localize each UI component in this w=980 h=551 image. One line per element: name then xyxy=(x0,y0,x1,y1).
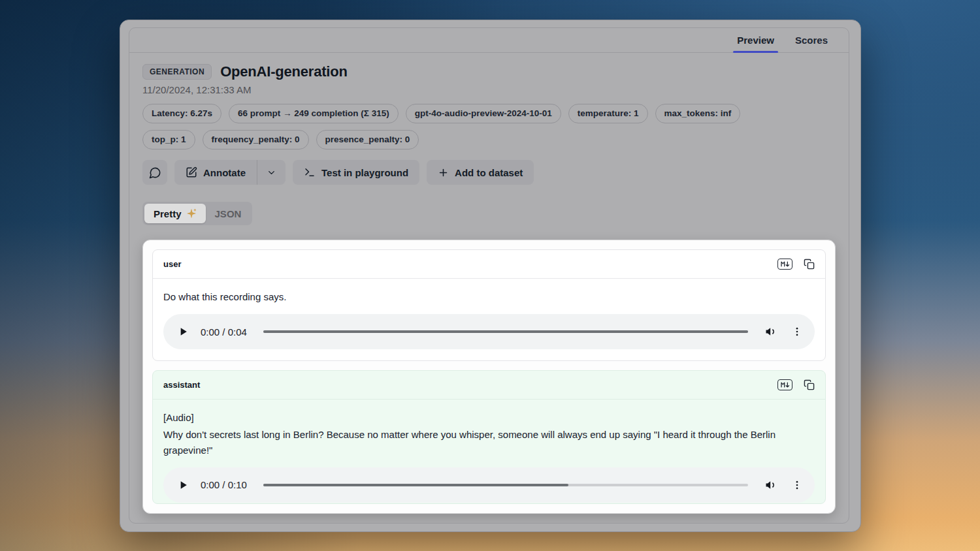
user-message-body: Do what this recording says. 0:00 / 0:04 xyxy=(153,279,825,360)
chevron-down-icon xyxy=(267,168,276,178)
toggle-json[interactable]: JSON xyxy=(206,204,251,223)
tab-preview[interactable]: Preview xyxy=(729,28,782,52)
metadata-badges: Latency: 6.27s 66 prompt → 249 completio… xyxy=(142,104,796,150)
tab-scores-label: Scores xyxy=(795,35,828,46)
active-tab-indicator xyxy=(733,51,778,53)
tab-preview-label: Preview xyxy=(737,35,774,46)
comment-button[interactable] xyxy=(142,160,167,185)
badge-max-tokens: max_tokens: inf xyxy=(655,104,741,123)
audio-seek-bar[interactable] xyxy=(263,330,748,333)
role-label: user xyxy=(163,259,181,269)
user-message-text: Do what this recording says. xyxy=(163,289,815,306)
trace-detail-panel: Preview Scores GENERATION OpenAI-generat… xyxy=(129,27,849,524)
assistant-message-text: Why don't secrets last long in Berlin? B… xyxy=(163,427,815,459)
audio-progress-fill xyxy=(263,330,748,333)
test-in-playground-button[interactable]: Test in playground xyxy=(293,160,419,185)
terminal-icon xyxy=(304,166,316,178)
copy-icon[interactable] xyxy=(804,259,815,270)
json-label: JSON xyxy=(215,208,242,219)
audio-time: 0:00 / 0:10 xyxy=(201,479,263,490)
page-title: OpenAI-generation xyxy=(220,63,348,80)
edit-icon xyxy=(186,166,197,178)
annotate-dropdown-button[interactable] xyxy=(257,160,286,185)
volume-icon[interactable] xyxy=(764,479,777,492)
assistant-message-header: assistant xyxy=(153,371,825,400)
view-mode-toggle: Pretty JSON xyxy=(142,202,252,225)
assistant-audio-tag: [Audio] xyxy=(163,410,815,426)
badge-temperature: temperature: 1 xyxy=(568,104,648,123)
sparkles-icon xyxy=(186,208,197,219)
io-preview-container: user Do what this recording says. xyxy=(142,240,836,514)
tab-scores[interactable]: Scores xyxy=(787,28,836,52)
trace-detail-sheet: Preview Scores GENERATION OpenAI-generat… xyxy=(120,20,861,532)
panel-header: Preview Scores xyxy=(129,28,849,53)
badge-presence-penalty: presence_penalty: 0 xyxy=(316,130,419,150)
assistant-audio-player: 0:00 / 0:10 xyxy=(163,467,815,503)
audio-time: 0:00 / 0:04 xyxy=(201,326,263,338)
message-card-assistant: assistant [Audio] Why don't secret xyxy=(152,370,826,504)
assistant-message-body: [Audio] Why don't secrets last long in B… xyxy=(153,400,825,504)
test-in-playground-label: Test in playground xyxy=(321,167,408,178)
title-row: GENERATION OpenAI-generation xyxy=(142,63,836,80)
add-to-dataset-label: Add to dataset xyxy=(455,167,523,178)
annotate-split-button: Annotate xyxy=(174,160,286,185)
more-options-icon[interactable] xyxy=(791,479,803,491)
user-audio-player: 0:00 / 0:04 xyxy=(163,314,815,349)
badge-model: gpt-4o-audio-preview-2024-10-01 xyxy=(406,104,561,123)
action-toolbar: Annotate Test in playground xyxy=(142,160,836,185)
copy-icon[interactable] xyxy=(804,379,815,390)
toggle-pretty[interactable]: Pretty xyxy=(144,204,206,223)
panel-body: GENERATION OpenAI-generation 11/20/2024,… xyxy=(129,53,849,523)
comment-icon xyxy=(149,166,161,179)
volume-icon[interactable] xyxy=(764,325,777,338)
more-options-icon[interactable] xyxy=(791,326,803,338)
audio-progress-fill xyxy=(263,484,568,486)
markdown-toggle-icon[interactable] xyxy=(777,379,792,390)
badge-tokens: 66 prompt → 249 completion (Σ 315) xyxy=(229,104,399,123)
timestamp: 11/20/2024, 12:31:33 AM xyxy=(142,84,836,95)
role-label: assistant xyxy=(163,380,200,390)
badge-frequency-penalty: frequency_penalty: 0 xyxy=(203,130,309,150)
markdown-toggle-icon[interactable] xyxy=(777,259,792,270)
add-to-dataset-button[interactable]: Add to dataset xyxy=(427,160,534,185)
pretty-label: Pretty xyxy=(154,208,182,219)
play-icon[interactable] xyxy=(176,325,189,338)
user-message-header: user xyxy=(153,250,825,279)
observation-type-badge: GENERATION xyxy=(142,64,212,80)
audio-seek-bar[interactable] xyxy=(263,484,748,486)
plus-icon xyxy=(438,167,449,178)
message-card-user: user Do what this recording says. xyxy=(152,249,826,361)
badge-top-p: top_p: 1 xyxy=(142,130,195,150)
play-icon[interactable] xyxy=(176,479,189,492)
annotate-button[interactable]: Annotate xyxy=(174,160,257,185)
badge-latency: Latency: 6.27s xyxy=(142,104,221,123)
annotate-label: Annotate xyxy=(203,167,246,178)
